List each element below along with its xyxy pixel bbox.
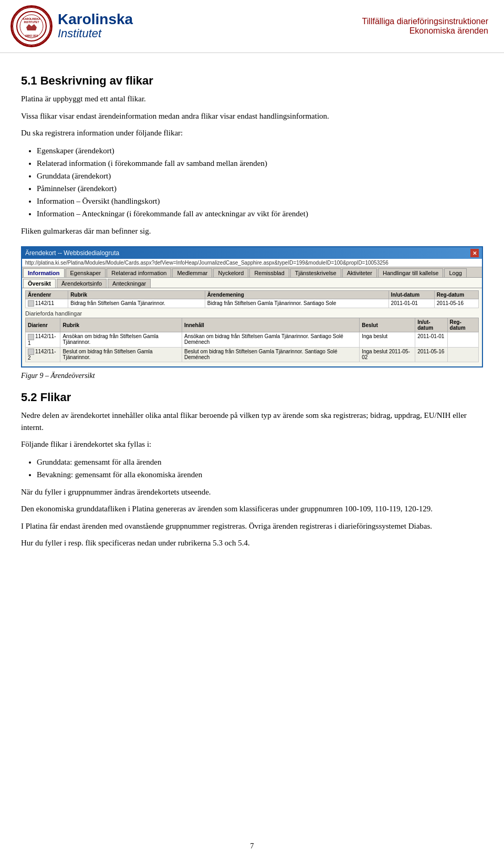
col-regdatum: Reg-datum [434,291,478,299]
svg-marker-4 [26,24,37,30]
header-title-line2: Ekonomiska ärenden [362,26,488,36]
cell-innehall: Beslut om bidrag från Stiftelsen Gamla T… [182,347,360,362]
row-icon [28,300,34,307]
ki-logo-inner: KAROLINSKA INSTITUTET ANNO 1810 [12,7,51,46]
section-52-bullet-list: Grunddata: gemensamt för alla ärenden Be… [37,456,483,481]
col-diarienr: Diarienr [26,318,60,332]
logo-area: KAROLINSKA INSTITUTET ANNO 1810 Karolins… [10,5,133,47]
col-innehall: Innehåll [182,318,360,332]
cell-rubrik: Bidrag från Stiftelsen Gamla Tjänarinnor… [68,299,205,308]
ki-wordmark: Karolinska Institutet [58,12,133,40]
col-beslut: Beslut [360,318,415,332]
list-item: Information – Anteckningar (i förekomman… [37,207,483,220]
tab-relaterad-information[interactable]: Relaterad information [107,268,171,277]
diarieforda-table: Diarienr Rubrik Innehåll Beslut In/ut-da… [25,318,479,362]
list-item: Relaterad information (i förekommande fa… [37,157,483,170]
row-icon [28,349,34,355]
section-52-para1: Nedre delen av ärendekortet innehåller o… [21,410,483,433]
close-icon[interactable]: ✕ [470,249,479,257]
cell-regdatum [447,347,478,362]
list-item: Grunddata: gemensamt för alla ärenden [37,456,483,468]
cell-rubrik: Ansökan om bidrag från Stiftelsen Gamla … [60,332,182,347]
list-item: Bevakning: gemensamt för alla ekonomiska… [37,468,483,481]
cell-regdatum [447,332,478,347]
col-inut: In/ut-datum [388,291,434,299]
section-51-heading: 5.1 Beskrivning av flikar [21,74,483,88]
subtab-arendekortsinfo[interactable]: Ärendekortsinfo [57,279,107,288]
tab-logg[interactable]: Logg [444,268,466,277]
tab-medlemmar[interactable]: Medlemmar [172,268,212,277]
screenshot-window: Ärendekort -- Webbsidedialogruta ✕ http:… [21,246,483,368]
col-regdatum2: Reg-datum [447,318,478,332]
subtab-oversikt[interactable]: Översikt [23,279,56,288]
section-51-para3: Du ska registrera information under följ… [21,127,483,139]
list-item: Egenskaper (ärendekort) [37,144,483,157]
col-inut2: In/ut-datum [415,318,447,332]
page-number: 7 [250,842,254,850]
arenden-table: Ärendenr Rubrik Ärendemening In/ut-datum… [25,290,479,308]
tab-handlingar[interactable]: Handlingar till kallelse [378,268,443,277]
svg-text:INSTITUTET: INSTITUTET [24,20,39,24]
screenshot-title: Ärendekort -- Webbsidedialogruta [25,249,119,257]
table-row: 1142/11 Bidrag från Stiftelsen Gamla Tjä… [26,299,479,308]
screenshot-titlebar: Ärendekort -- Webbsidedialogruta ✕ [22,247,482,259]
cell-inut: 2011-05-16 [415,347,447,362]
cell-beslut: Inga beslut 2011-05-02 [360,347,415,362]
cell-beslut: Inga beslut [360,332,415,347]
cell-arendenr: 1142/11 [26,299,68,308]
section-52-para5: I Platina får endast ärenden med ovanstå… [21,520,483,532]
tab-tjansteskrivelse[interactable]: Tjänsteskrivelse [290,268,341,277]
footer: 7 [0,842,504,850]
col-arenemening: Ärendemening [205,291,388,299]
tab-information[interactable]: Information [23,268,65,277]
list-item: Grunddata (ärendekort) [37,170,483,182]
address-text: http://platina.ki.se/Platina/Modules/Mod… [25,260,388,266]
section-51-para4: Fliken gulmarkeras där man befinner sig. [21,225,483,237]
section-51-para2: Vissa flikar visar endast ärendeinformat… [21,110,483,122]
cell-innehall: Ansökan om bidrag från Stiftelsen Gamla … [182,332,360,347]
main-content: 5.1 Beskrivning av flikar Platina är upp… [0,53,504,575]
section-52-para4: Den ekonomiska grunddatafliken i Platina… [21,503,483,515]
ki-wordmark-top: Karolinska [58,12,133,27]
list-item: Påminnelser (ärendekort) [37,182,483,195]
col-rubrik2: Rubrik [60,318,182,332]
cell-diarienr: 1142/11-2 [26,347,60,362]
list-item: Information – Översikt (handlingskort) [37,195,483,207]
cell-diarienr: 1142/11-1 [26,332,60,347]
cell-inut: 2011-01-01 [388,299,434,308]
cell-inut: 2011-01-01 [415,332,447,347]
screenshot-addressbar: http://platina.ki.se/Platina/Modules/Mod… [22,259,482,267]
ki-wordmark-bottom: Institutet [58,27,133,40]
col-rubrik: Rubrik [68,291,205,299]
page-header: KAROLINSKA INSTITUTET ANNO 1810 Karolins… [0,0,504,53]
section-51-para1: Platina är uppbyggt med ett antal flikar… [21,93,483,105]
table-row: 1142/11-1 Ansökan om bidrag från Stiftel… [26,332,479,347]
header-title-line1: Tillfälliga diarieföringsinstruktioner [362,17,488,26]
tabs-row: Information Egenskaper Relaterad informa… [22,267,482,278]
subtab-anteckningar[interactable]: Anteckningar [108,279,151,288]
ki-logo-circle: KAROLINSKA INSTITUTET ANNO 1810 [10,5,52,47]
tab-nyckelord[interactable]: Nyckelord [213,268,248,277]
section-51-bullet-list: Egenskaper (ärendekort) Relaterad inform… [37,144,483,220]
arenden-table-section: Ärendenr Rubrik Ärendemening In/ut-datum… [22,288,482,366]
diarieforda-label: Diarieforda handlingar [25,310,479,317]
header-title-area: Tillfälliga diarieföringsinstruktioner E… [362,17,488,36]
section-52-para6: Hur du fyller i resp. flik specificeras … [21,537,483,549]
cell-rubrik: Beslut om bidrag från Stiftelsen Gamla T… [60,347,182,362]
section-52-heading: 5.2 Flikar [21,391,483,404]
section-52-para2: Följande flikar i ärendekortet ska fylla… [21,438,483,450]
tab-remissblad[interactable]: Remissblad [249,268,289,277]
cell-arenemening: Bidrag från Stiftelsen Gamla Tjänarinnor… [205,299,388,308]
section-52-para3: När du fyller i gruppnummer ändras ärend… [21,486,483,498]
tab-egenskaper[interactable]: Egenskaper [66,268,106,277]
cell-regdatum: 2011-05-16 [434,299,478,308]
figure-caption: Figur 9 – Ärendeöversikt [21,372,483,380]
col-arendenr: Ärendenr [26,291,68,299]
subtabs-row: Översikt Ärendekortsinfo Anteckningar [22,278,482,288]
ki-crest-svg: KAROLINSKA INSTITUTET ANNO 1810 [16,10,47,42]
tab-aktiviteter[interactable]: Aktiviteter [342,268,377,277]
svg-text:ANNO 1810: ANNO 1810 [25,35,38,37]
table-row: 1142/11-2 Beslut om bidrag från Stiftels… [26,347,479,362]
row-icon [28,334,34,340]
